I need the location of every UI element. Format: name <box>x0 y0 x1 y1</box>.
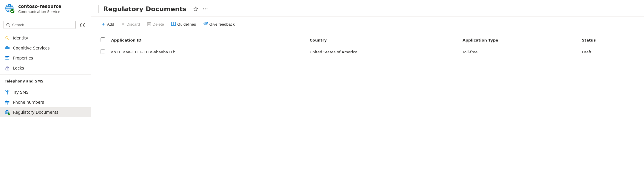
table-header-row: Application ID Country Application Type … <box>98 34 637 46</box>
svg-point-45 <box>206 23 207 24</box>
sidebar: contoso-resource Communication Service ❮… <box>0 0 91 185</box>
svg-point-32 <box>207 9 208 9</box>
page-title: Regulatory Documents <box>103 5 186 13</box>
cell-application-type: Toll-free <box>459 46 578 58</box>
svg-point-10 <box>6 37 8 39</box>
sidebar-item-cognitive-services[interactable]: Cognitive Services <box>0 43 91 53</box>
search-box[interactable] <box>4 21 76 29</box>
page-header: Regulatory Documents <box>91 0 644 17</box>
guidelines-button[interactable]: Guidelines <box>168 20 199 29</box>
cloud-icon <box>5 45 10 51</box>
sidebar-item-cognitive-label: Cognitive Services <box>13 46 50 50</box>
row-select-checkbox[interactable] <box>101 49 105 54</box>
give-feedback-button[interactable]: Give feedback <box>200 20 238 29</box>
collapse-button[interactable]: ❮❮ <box>77 22 87 28</box>
svg-rect-33 <box>147 23 151 26</box>
svg-point-30 <box>203 9 204 9</box>
search-row: ❮❮ <box>0 18 91 32</box>
toolbar: ＋ Add ✕ Discard Delete <box>91 17 644 32</box>
sidebar-item-regulatory-documents[interactable]: Regulatory Documents <box>0 107 91 117</box>
add-icon: ＋ <box>101 22 106 27</box>
sidebar-item-locks[interactable]: Locks <box>0 63 91 73</box>
sidebar-item-locks-label: Locks <box>13 66 24 70</box>
more-options-button[interactable] <box>202 7 209 11</box>
sidebar-item-properties-label: Properties <box>13 56 33 60</box>
key-icon <box>5 35 10 41</box>
globe-check-icon <box>5 110 10 115</box>
svg-rect-15 <box>5 59 9 60</box>
sidebar-item-try-sms-label: Try SMS <box>13 90 29 95</box>
select-all-checkbox[interactable] <box>101 37 105 42</box>
svg-line-19 <box>6 100 6 104</box>
sidebar-item-identity-label: Identity <box>13 36 28 40</box>
app-logo <box>5 4 15 14</box>
sidebar-item-identity[interactable]: Identity <box>0 33 91 43</box>
cell-application-id: ab111aaa-1111-111a-abaaba11b <box>108 46 306 58</box>
nav-divider-2 <box>0 86 91 86</box>
sidebar-item-phone-numbers-label: Phone numbers <box>13 100 44 105</box>
regulatory-documents-table: Application ID Country Application Type … <box>98 34 637 58</box>
table-container: Application ID Country Application Type … <box>91 32 644 185</box>
header-checkbox-cell <box>98 34 108 46</box>
sidebar-item-regulatory-documents-label: Regulatory Documents <box>13 110 59 115</box>
sidebar-item-phone-numbers[interactable]: Phone numbers <box>0 97 91 107</box>
svg-rect-13 <box>5 56 9 57</box>
col-application-id: Application ID <box>108 34 306 46</box>
page-title-actions <box>192 5 209 12</box>
add-button[interactable]: ＋ Add <box>98 20 117 29</box>
sidebar-nav: Identity Cognitive Services Properties <box>0 32 91 185</box>
cell-status: Draft <box>578 46 637 58</box>
resource-name: contoso-resource <box>18 4 86 10</box>
sms-icon <box>5 90 10 95</box>
svg-line-9 <box>9 26 10 27</box>
table-row[interactable]: ab111aaa-1111-111a-abaaba11b United Stat… <box>98 46 637 58</box>
search-input[interactable] <box>12 23 73 27</box>
trash-icon <box>147 22 151 27</box>
telephony-section-header: Telephony and SMS <box>0 76 91 85</box>
svg-point-17 <box>7 69 8 70</box>
row-checkbox-cell <box>98 46 108 58</box>
star-icon <box>193 6 198 11</box>
svg-point-31 <box>205 9 206 9</box>
svg-rect-39 <box>174 22 176 26</box>
col-status: Status <box>578 34 637 46</box>
main-content: Regulatory Documents ＋ Add ✕ Disc <box>91 0 644 185</box>
resource-type: Communication Service <box>18 10 86 14</box>
svg-marker-29 <box>194 7 198 11</box>
sidebar-item-properties[interactable]: Properties <box>0 53 91 63</box>
favorite-button[interactable] <box>192 5 199 12</box>
col-country: Country <box>306 34 459 46</box>
hash-icon <box>5 100 10 105</box>
col-application-type: Application Type <box>459 34 578 46</box>
svg-rect-38 <box>171 22 173 26</box>
nav-divider <box>0 74 91 75</box>
sidebar-header: contoso-resource Communication Service <box>0 0 91 18</box>
resource-info: contoso-resource Communication Service <box>18 4 86 14</box>
svg-point-43 <box>204 23 205 24</box>
svg-line-20 <box>8 100 8 104</box>
svg-rect-14 <box>5 58 8 58</box>
title-divider <box>98 5 99 13</box>
book-icon <box>171 22 176 27</box>
lock-icon <box>5 65 10 71</box>
x-icon: ✕ <box>121 22 125 27</box>
search-icon <box>6 23 10 27</box>
feedback-icon <box>203 22 208 27</box>
sidebar-item-try-sms[interactable]: Try SMS <box>0 87 91 97</box>
ellipsis-icon <box>203 8 208 9</box>
bars-icon <box>5 55 10 61</box>
cell-country: United States of America <box>306 46 459 58</box>
discard-button[interactable]: ✕ Discard <box>118 20 143 29</box>
delete-button[interactable]: Delete <box>144 20 167 29</box>
